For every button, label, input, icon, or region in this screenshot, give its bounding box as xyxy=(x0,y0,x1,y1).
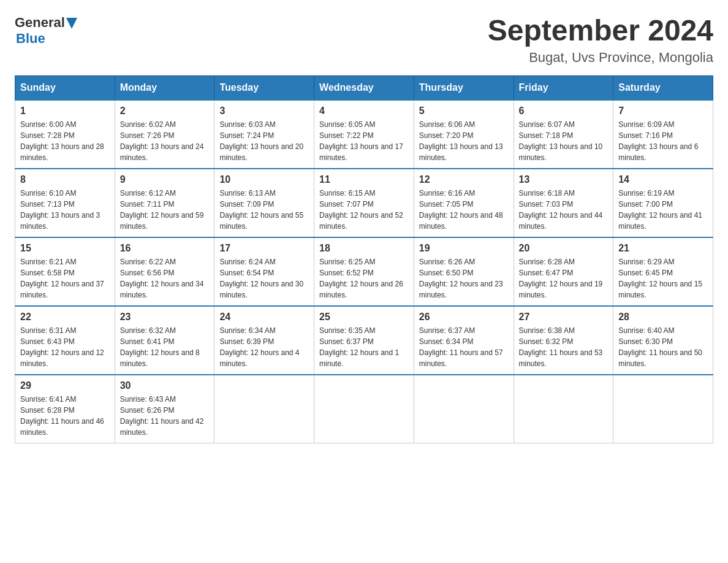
calendar-day-cell: 22 Sunrise: 6:31 AM Sunset: 6:43 PM Dayl… xyxy=(15,306,115,375)
day-number: 25 xyxy=(319,312,409,323)
day-number: 29 xyxy=(20,380,110,391)
day-number: 7 xyxy=(618,105,708,117)
calendar-header-row: SundayMondayTuesdayWednesdayThursdayFrid… xyxy=(15,75,713,100)
day-info: Sunrise: 6:32 AM Sunset: 6:41 PM Dayligh… xyxy=(120,325,210,369)
day-info: Sunrise: 6:00 AM Sunset: 7:28 PM Dayligh… xyxy=(20,119,110,163)
day-number: 5 xyxy=(419,105,509,117)
calendar-day-cell: 2 Sunrise: 6:02 AM Sunset: 7:26 PM Dayli… xyxy=(115,100,214,169)
day-info: Sunrise: 6:19 AM Sunset: 7:00 PM Dayligh… xyxy=(618,188,708,232)
day-info: Sunrise: 6:22 AM Sunset: 6:56 PM Dayligh… xyxy=(120,256,210,301)
day-info: Sunrise: 6:16 AM Sunset: 7:05 PM Dayligh… xyxy=(419,188,509,232)
day-number: 4 xyxy=(319,105,409,117)
calendar-day-cell: 16 Sunrise: 6:22 AM Sunset: 6:56 PM Dayl… xyxy=(115,237,214,306)
day-number: 14 xyxy=(618,174,708,185)
day-info: Sunrise: 6:28 AM Sunset: 6:47 PM Dayligh… xyxy=(519,256,609,301)
day-info: Sunrise: 6:37 AM Sunset: 6:34 PM Dayligh… xyxy=(419,325,509,369)
calendar-day-cell xyxy=(414,375,514,443)
day-number: 23 xyxy=(120,312,210,323)
day-number: 12 xyxy=(419,174,509,185)
calendar-day-cell: 11 Sunrise: 6:15 AM Sunset: 7:07 PM Dayl… xyxy=(314,169,414,237)
calendar-day-cell: 8 Sunrise: 6:10 AM Sunset: 7:13 PM Dayli… xyxy=(15,169,115,237)
page-header: General Blue September 2024 Bugat, Uvs P… xyxy=(15,15,713,66)
calendar-header-saturday: Saturday xyxy=(613,75,713,100)
location-subtitle: Bugat, Uvs Province, Mongolia xyxy=(488,50,713,66)
day-info: Sunrise: 6:35 AM Sunset: 6:37 PM Dayligh… xyxy=(319,325,409,369)
calendar-week-row: 15 Sunrise: 6:21 AM Sunset: 6:58 PM Dayl… xyxy=(15,237,713,306)
day-info: Sunrise: 6:03 AM Sunset: 7:24 PM Dayligh… xyxy=(219,119,309,163)
day-number: 22 xyxy=(20,312,110,323)
day-number: 18 xyxy=(319,243,409,254)
calendar-day-cell: 27 Sunrise: 6:38 AM Sunset: 6:32 PM Dayl… xyxy=(514,306,613,375)
calendar-day-cell xyxy=(214,375,314,443)
calendar-day-cell: 29 Sunrise: 6:41 AM Sunset: 6:28 PM Dayl… xyxy=(15,375,115,443)
day-number: 10 xyxy=(219,174,309,185)
calendar-header-friday: Friday xyxy=(514,75,613,100)
calendar-table: SundayMondayTuesdayWednesdayThursdayFrid… xyxy=(15,75,713,443)
day-info: Sunrise: 6:15 AM Sunset: 7:07 PM Dayligh… xyxy=(319,188,409,232)
day-number: 13 xyxy=(519,174,609,185)
calendar-day-cell: 19 Sunrise: 6:26 AM Sunset: 6:50 PM Dayl… xyxy=(414,237,514,306)
calendar-day-cell: 23 Sunrise: 6:32 AM Sunset: 6:41 PM Dayl… xyxy=(115,306,214,375)
day-number: 6 xyxy=(519,105,609,117)
day-number: 21 xyxy=(618,243,708,254)
day-info: Sunrise: 6:43 AM Sunset: 6:26 PM Dayligh… xyxy=(120,394,210,438)
day-info: Sunrise: 6:29 AM Sunset: 6:45 PM Dayligh… xyxy=(618,256,708,301)
day-number: 11 xyxy=(319,174,409,185)
calendar-header-tuesday: Tuesday xyxy=(214,75,314,100)
calendar-day-cell: 5 Sunrise: 6:06 AM Sunset: 7:20 PM Dayli… xyxy=(414,100,514,169)
calendar-day-cell: 4 Sunrise: 6:05 AM Sunset: 7:22 PM Dayli… xyxy=(314,100,414,169)
calendar-day-cell: 15 Sunrise: 6:21 AM Sunset: 6:58 PM Dayl… xyxy=(15,237,115,306)
day-info: Sunrise: 6:07 AM Sunset: 7:18 PM Dayligh… xyxy=(519,119,609,163)
day-info: Sunrise: 6:06 AM Sunset: 7:20 PM Dayligh… xyxy=(419,119,509,163)
calendar-header-wednesday: Wednesday xyxy=(314,75,414,100)
day-number: 24 xyxy=(219,312,309,323)
calendar-day-cell: 21 Sunrise: 6:29 AM Sunset: 6:45 PM Dayl… xyxy=(613,237,713,306)
calendar-day-cell: 28 Sunrise: 6:40 AM Sunset: 6:30 PM Dayl… xyxy=(613,306,713,375)
day-number: 2 xyxy=(120,105,210,117)
calendar-day-cell: 18 Sunrise: 6:25 AM Sunset: 6:52 PM Dayl… xyxy=(314,237,414,306)
day-info: Sunrise: 6:40 AM Sunset: 6:30 PM Dayligh… xyxy=(618,325,708,369)
title-section: September 2024 Bugat, Uvs Province, Mong… xyxy=(488,15,713,66)
calendar-day-cell: 13 Sunrise: 6:18 AM Sunset: 7:03 PM Dayl… xyxy=(514,169,613,237)
day-number: 20 xyxy=(519,243,609,254)
day-number: 17 xyxy=(219,243,309,254)
day-number: 28 xyxy=(618,312,708,323)
day-info: Sunrise: 6:13 AM Sunset: 7:09 PM Dayligh… xyxy=(219,188,309,232)
day-info: Sunrise: 6:05 AM Sunset: 7:22 PM Dayligh… xyxy=(319,119,409,163)
calendar-day-cell: 20 Sunrise: 6:28 AM Sunset: 6:47 PM Dayl… xyxy=(514,237,613,306)
calendar-day-cell xyxy=(514,375,613,443)
calendar-day-cell: 9 Sunrise: 6:12 AM Sunset: 7:11 PM Dayli… xyxy=(115,169,214,237)
day-info: Sunrise: 6:02 AM Sunset: 7:26 PM Dayligh… xyxy=(120,119,210,163)
day-info: Sunrise: 6:41 AM Sunset: 6:28 PM Dayligh… xyxy=(20,394,110,438)
calendar-day-cell: 10 Sunrise: 6:13 AM Sunset: 7:09 PM Dayl… xyxy=(214,169,314,237)
day-info: Sunrise: 6:26 AM Sunset: 6:50 PM Dayligh… xyxy=(419,256,509,301)
calendar-day-cell xyxy=(613,375,713,443)
day-info: Sunrise: 6:38 AM Sunset: 6:32 PM Dayligh… xyxy=(519,325,609,369)
calendar-day-cell: 12 Sunrise: 6:16 AM Sunset: 7:05 PM Dayl… xyxy=(414,169,514,237)
logo: General Blue xyxy=(15,15,77,47)
day-number: 30 xyxy=(120,380,210,391)
calendar-day-cell: 30 Sunrise: 6:43 AM Sunset: 6:26 PM Dayl… xyxy=(115,375,214,443)
calendar-header-thursday: Thursday xyxy=(414,75,514,100)
logo-triangle-icon xyxy=(66,18,77,29)
calendar-week-row: 22 Sunrise: 6:31 AM Sunset: 6:43 PM Dayl… xyxy=(15,306,713,375)
calendar-header-sunday: Sunday xyxy=(15,75,115,100)
day-number: 19 xyxy=(419,243,509,254)
day-info: Sunrise: 6:12 AM Sunset: 7:11 PM Dayligh… xyxy=(120,188,210,232)
day-info: Sunrise: 6:24 AM Sunset: 6:54 PM Dayligh… xyxy=(219,256,309,301)
calendar-day-cell: 25 Sunrise: 6:35 AM Sunset: 6:37 PM Dayl… xyxy=(314,306,414,375)
day-number: 1 xyxy=(20,105,110,117)
calendar-day-cell: 14 Sunrise: 6:19 AM Sunset: 7:00 PM Dayl… xyxy=(613,169,713,237)
day-info: Sunrise: 6:31 AM Sunset: 6:43 PM Dayligh… xyxy=(20,325,110,369)
calendar-header-monday: Monday xyxy=(115,75,214,100)
calendar-day-cell: 7 Sunrise: 6:09 AM Sunset: 7:16 PM Dayli… xyxy=(613,100,713,169)
calendar-day-cell: 17 Sunrise: 6:24 AM Sunset: 6:54 PM Dayl… xyxy=(214,237,314,306)
calendar-day-cell: 6 Sunrise: 6:07 AM Sunset: 7:18 PM Dayli… xyxy=(514,100,613,169)
day-number: 26 xyxy=(419,312,509,323)
calendar-week-row: 29 Sunrise: 6:41 AM Sunset: 6:28 PM Dayl… xyxy=(15,375,713,443)
day-info: Sunrise: 6:10 AM Sunset: 7:13 PM Dayligh… xyxy=(20,188,110,232)
day-info: Sunrise: 6:18 AM Sunset: 7:03 PM Dayligh… xyxy=(519,188,609,232)
day-info: Sunrise: 6:25 AM Sunset: 6:52 PM Dayligh… xyxy=(319,256,409,301)
svg-marker-0 xyxy=(66,18,77,29)
logo-text-blue: Blue xyxy=(16,31,45,47)
